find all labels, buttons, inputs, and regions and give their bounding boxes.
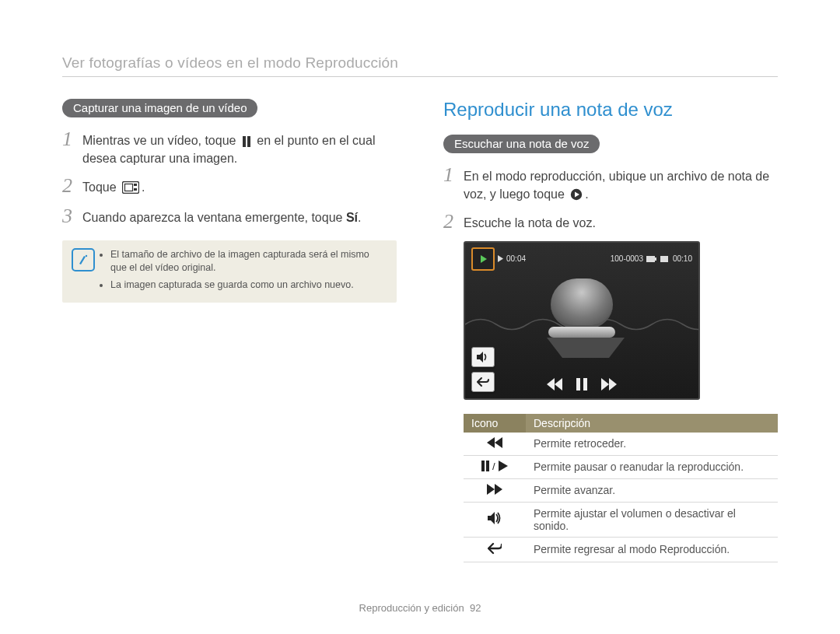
svg-rect-11 — [646, 256, 655, 262]
time-total: 00:10 — [673, 254, 692, 263]
svg-rect-5 — [134, 188, 137, 191]
svg-marker-9 — [481, 255, 487, 263]
note-icon — [72, 248, 95, 271]
table-row: Permite regresar al modo Reproducción. — [464, 537, 778, 562]
pause-button[interactable] — [576, 378, 587, 391]
time-elapsed: 00:04 — [506, 254, 526, 263]
svg-rect-18 — [583, 378, 587, 391]
table-header-icon: Icono — [464, 414, 526, 433]
svg-marker-29 — [488, 512, 495, 524]
table-row: Permite ajustar el volumen o desactivar … — [464, 502, 778, 537]
svg-marker-14 — [477, 352, 483, 363]
step-text: Escuche la nota de voz. — [464, 211, 778, 232]
microphone-graphic — [547, 278, 617, 356]
svg-rect-0 — [243, 136, 246, 147]
svg-marker-10 — [498, 255, 503, 262]
svg-marker-21 — [487, 437, 495, 448]
page: Ver fotografías o vídeos en el modo Repr… — [0, 0, 840, 634]
section-pill-listen: Escuchar una nota de voz — [443, 135, 600, 153]
note-item: La imagen capturada se guarda como un ar… — [110, 278, 387, 292]
svg-marker-26 — [499, 461, 508, 471]
svg-rect-1 — [247, 136, 250, 147]
table-desc: Permite ajustar el volumen o desactivar … — [526, 502, 778, 537]
table-desc: Permite avanzar. — [526, 478, 778, 502]
voice-memo-screenshot: 00:04 100-0003 00:10 — [464, 241, 700, 400]
step-3: 3 Cuando aparezca la ventana emergente, … — [62, 205, 397, 228]
file-index: 100-0003 — [611, 254, 643, 263]
svg-rect-13 — [660, 256, 668, 262]
right-column: Reproducir una nota de voz Escuchar una … — [443, 99, 778, 562]
table-header-desc: Descripción — [526, 414, 778, 433]
table-row: Permite avanzar. — [464, 478, 778, 502]
step-number: 1 — [443, 164, 464, 187]
svg-rect-17 — [576, 378, 580, 391]
svg-marker-20 — [609, 378, 617, 391]
step-number: 2 — [62, 175, 82, 198]
rewind-icon — [487, 437, 502, 448]
step-text: Cuando aparezca la ventana emergente, to… — [82, 205, 397, 226]
table-row: / Permite pausar o reanudar la reproducc… — [464, 455, 778, 478]
forward-icon — [487, 484, 502, 495]
back-icon — [488, 542, 502, 555]
page-footer: Reproducción y edición 92 — [0, 602, 840, 614]
note-box: El tamaño de archivo de la imagen captur… — [62, 240, 397, 303]
section-title: Reproducir una nota de voz — [443, 99, 778, 121]
svg-text:/: / — [492, 461, 495, 471]
note-item: El tamaño de archivo de la imagen captur… — [110, 248, 387, 275]
svg-marker-28 — [495, 484, 502, 495]
table-desc: Permite pausar o reanudar la reproducció… — [526, 455, 778, 478]
step-number: 2 — [443, 211, 464, 233]
svg-marker-16 — [555, 378, 562, 391]
divider — [62, 76, 778, 77]
svg-rect-12 — [655, 257, 656, 261]
svg-rect-23 — [481, 461, 485, 471]
table-row: Permite retroceder. — [464, 433, 778, 456]
icon-description-table: Icono Descripción Permite retroceder. / — [464, 414, 778, 562]
step-2: 2 Toque . — [62, 175, 397, 198]
play-circle-icon — [570, 188, 583, 201]
card-icon — [660, 256, 668, 262]
step-text: Toque . — [82, 175, 397, 196]
table-desc: Permite retroceder. — [526, 433, 778, 456]
svg-rect-24 — [486, 461, 489, 471]
step-1: 1 En el modo reproducción, ubique un arc… — [443, 164, 778, 203]
section-pill-capture: Capturar una imagen de un vídeo — [62, 99, 257, 117]
thumb-play-icon — [471, 247, 495, 271]
svg-marker-15 — [547, 378, 555, 391]
pause-play-icon: / — [481, 461, 508, 471]
svg-marker-27 — [487, 484, 495, 495]
svg-marker-22 — [495, 437, 502, 448]
step-text: Mientras ve un vídeo, toque en el punto … — [82, 128, 397, 167]
step-text: En el modo reproducción, ubique un archi… — [464, 164, 778, 203]
rewind-button[interactable] — [547, 378, 562, 391]
battery-icon — [646, 256, 657, 262]
step-number: 3 — [62, 205, 82, 228]
svg-point-6 — [86, 254, 87, 256]
note-list: El tamaño de archivo de la imagen captur… — [100, 248, 387, 296]
step-1: 1 Mientras ve un vídeo, toque en el punt… — [62, 128, 397, 167]
table-desc: Permite regresar al modo Reproducción. — [526, 537, 778, 562]
svg-marker-19 — [601, 378, 609, 391]
step-2: 2 Escuche la nota de voz. — [443, 211, 778, 233]
capture-frame-icon — [122, 181, 139, 194]
svg-rect-4 — [134, 184, 137, 186]
pause-icon — [242, 136, 251, 147]
left-column: Capturar una imagen de un vídeo 1 Mientr… — [62, 99, 397, 562]
forward-button[interactable] — [601, 378, 617, 391]
volume-button[interactable] — [471, 347, 495, 367]
step-number: 1 — [62, 128, 82, 151]
svg-rect-3 — [125, 184, 133, 191]
back-button[interactable] — [471, 372, 495, 392]
play-marker-icon — [498, 255, 503, 262]
volume-icon — [488, 512, 502, 524]
breadcrumb: Ver fotografías o vídeos en el modo Repr… — [62, 54, 778, 72]
